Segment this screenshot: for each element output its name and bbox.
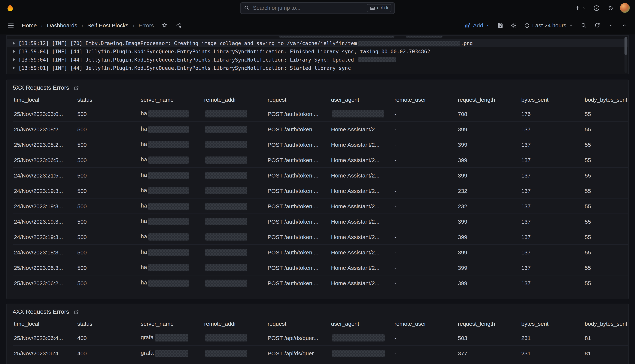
search-box[interactable]: ctrl+k (240, 2, 395, 14)
redacted-text (332, 334, 385, 342)
table-cell: - (393, 152, 457, 168)
cell-text: 137 (521, 280, 531, 286)
breadcrumb-item-home[interactable]: Home (21, 22, 38, 28)
log-row[interactable]: [13:59:04] [INF] [44] Jellyfin.Plugin.Ko… (7, 47, 628, 56)
column-header[interactable]: body_bytes_sent (584, 319, 628, 330)
external-link-icon[interactable] (74, 85, 80, 90)
table-cell: - (393, 122, 457, 137)
column-header[interactable]: user_agent (330, 95, 393, 106)
cell-text: 24/Nov/2023:19:3... (14, 218, 63, 224)
table-cell: ha (140, 152, 203, 168)
redacted-text (205, 110, 247, 118)
table-row: 25/Nov/2023:06:3...500haPOST /auth/token… (13, 260, 628, 275)
cell-text: POST /api/ds/quer... (268, 350, 318, 356)
external-link-icon[interactable] (74, 309, 80, 315)
log-text: [13:59:00] [INF] [44] Jellyfin.Plugin.TM… (18, 73, 430, 74)
breadcrumb-item-dashboards[interactable]: Dashboards (46, 22, 78, 28)
refresh-button[interactable] (591, 19, 604, 31)
column-header[interactable]: server_name (140, 95, 203, 106)
column-header[interactable]: time_local (13, 95, 76, 106)
add-panel-button[interactable]: Add (462, 19, 493, 31)
log-scrollbar[interactable] (624, 37, 627, 73)
collapse-toolbar-button[interactable] (618, 19, 630, 31)
column-header[interactable]: server_name (140, 319, 203, 330)
cell-text: 81 (585, 334, 591, 341)
errors-table-4xx: time_localstatusserver_nameremote_addrre… (13, 319, 628, 360)
dashboard-settings-button[interactable] (508, 19, 520, 31)
cell-text: ha (141, 156, 147, 162)
zoom-out-button[interactable] (577, 19, 590, 31)
column-header[interactable]: request (266, 319, 330, 330)
cell-text: 24/Nov/2023:18:3... (14, 249, 63, 255)
column-header[interactable]: request (266, 95, 330, 106)
table-cell: Home Assistant/2... (330, 244, 393, 260)
redacted-text (148, 110, 188, 118)
cell-text: 137 (521, 218, 531, 224)
redacted-text (205, 350, 247, 357)
panel-title[interactable]: 4XX Requests Errors (13, 308, 69, 315)
column-header[interactable]: bytes_sent (520, 95, 584, 106)
log-row[interactable]: [13:59:00] [INF] [44] Jellyfin.Plugin.TM… (7, 72, 628, 74)
table-cell: ha (140, 137, 203, 152)
cell-text: 25/Nov/2023:06:4... (14, 334, 63, 341)
breadcrumb-item-self-host-blocks[interactable]: Self Host Blocks (87, 22, 129, 28)
expand-chevron-icon[interactable] (13, 42, 15, 45)
column-header[interactable]: request_length (457, 319, 520, 330)
cell-text: 24/Nov/2023:19:3... (14, 203, 63, 209)
table-cell: 137 (520, 198, 584, 214)
grafana-logo-icon[interactable] (5, 3, 15, 13)
log-row[interactable]: [13:59:04] [INF] [44] Jellyfin.Plugin.Ko… (7, 56, 628, 64)
table-cell: POST /auth/token ... (266, 168, 330, 183)
log-row[interactable]: [13:59:01] [INF] [44] Jellyfin.Plugin.Ko… (7, 64, 628, 72)
panel-title[interactable]: 5XX Requests Errors (13, 84, 69, 91)
share-button[interactable] (173, 19, 186, 31)
table-cell: - (393, 137, 457, 152)
table-cell: POST /auth/token ... (266, 214, 330, 229)
favorite-button[interactable] (158, 19, 171, 31)
expand-chevron-icon[interactable] (13, 36, 15, 36)
log-text: [13:59:01] [INF] [44] Jellyfin.Plugin.Ko… (18, 65, 351, 71)
expand-chevron-icon[interactable] (13, 58, 15, 61)
news-button[interactable] (605, 2, 618, 14)
table-cell: 137 (520, 168, 584, 183)
column-header[interactable]: remote_addr (203, 319, 266, 330)
log-row[interactable]: [13:59:12] [INF] [70] Emby.Drawing.Image… (7, 39, 628, 47)
search-input[interactable] (252, 4, 364, 11)
search-icon (244, 5, 250, 11)
cell-text: 500 (77, 126, 87, 132)
column-header[interactable]: remote_user (393, 95, 457, 106)
column-header[interactable]: request_length (457, 95, 520, 106)
table-cell: 137 (520, 183, 584, 198)
table-cell: 137 (520, 244, 584, 260)
user-avatar[interactable] (620, 3, 630, 13)
redacted-text (148, 141, 188, 148)
cell-text: 137 (521, 264, 531, 271)
column-header[interactable]: time_local (13, 319, 76, 330)
new-menu-button[interactable] (573, 2, 588, 14)
log-scrollbar-thumb[interactable] (624, 37, 627, 55)
column-header[interactable]: status (76, 319, 140, 330)
redacted-text (205, 141, 247, 148)
column-header[interactable]: body_bytes_sent (584, 95, 628, 106)
grafana-app: ctrl+k ? (0, 0, 635, 364)
table-cell: 500 (76, 214, 140, 229)
column-header[interactable]: bytes_sent (520, 319, 584, 330)
mega-menu-toggle-button[interactable] (4, 19, 17, 31)
column-header[interactable]: status (76, 95, 140, 106)
time-range-picker[interactable]: Last 24 hours (521, 19, 576, 31)
log-row[interactable] (7, 36, 628, 39)
toolbar-right: Add (462, 19, 630, 31)
save-dashboard-button[interactable] (494, 19, 507, 31)
cell-text: POST /auth/token ... (268, 280, 318, 286)
column-header[interactable]: user_agent (330, 319, 393, 330)
expand-chevron-icon[interactable] (13, 50, 15, 53)
table-cell: - (393, 346, 457, 360)
help-button[interactable]: ? (590, 2, 603, 14)
top-bar: ctrl+k ? (0, 0, 635, 16)
star-icon (162, 22, 168, 28)
expand-chevron-icon[interactable] (13, 66, 15, 70)
log-text: [13:59:04] [INF] [44] Jellyfin.Plugin.Ko… (18, 48, 430, 54)
column-header[interactable]: remote_user (393, 319, 457, 330)
refresh-interval-button[interactable] (604, 19, 617, 31)
column-header[interactable]: remote_addr (203, 95, 266, 106)
